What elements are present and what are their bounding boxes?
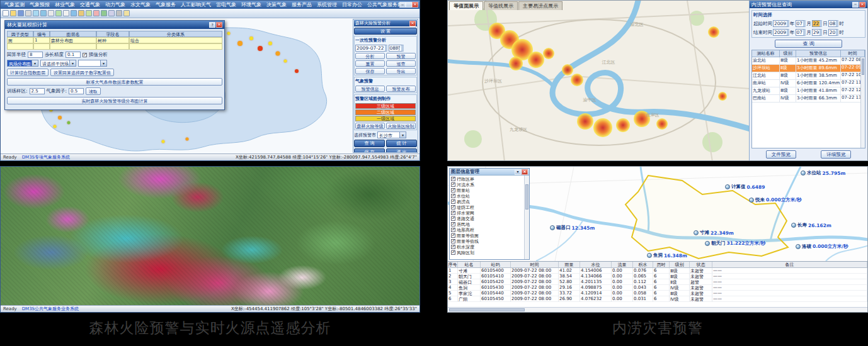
layer-checkbox[interactable] bbox=[451, 182, 455, 187]
menu-item[interactable]: 气象监测 bbox=[2, 1, 27, 8]
layer-checkbox[interactable] bbox=[451, 211, 455, 215]
legend-button[interactable]: 火险落区绘制 bbox=[386, 123, 416, 129]
minimize-icon[interactable] bbox=[852, 2, 859, 8]
result-table-header[interactable]: 级别 bbox=[670, 262, 690, 268]
fire-point[interactable] bbox=[249, 36, 253, 40]
fire-point[interactable] bbox=[258, 46, 263, 51]
layer-checkbox[interactable] bbox=[451, 177, 455, 181]
system-name-link[interactable]: DM3S公共气象服务业务系统 bbox=[22, 306, 79, 312]
close-icon[interactable] bbox=[412, 2, 418, 8]
preview-button[interactable]: 文件预览 bbox=[766, 150, 796, 159]
menu-item[interactable]: 雷电气象 bbox=[214, 1, 239, 8]
result-table-row[interactable]: 3磁器口601054202009-07-22 08:0052.804.20113… bbox=[448, 279, 867, 285]
toolbar-icon[interactable] bbox=[71, 10, 77, 16]
query-panel-title-bar[interactable]: 内涝预警信息查询 bbox=[750, 1, 867, 8]
menu-item[interactable]: 气象预报 bbox=[27, 1, 52, 8]
close-icon[interactable] bbox=[409, 21, 416, 26]
layer-checkbox[interactable] bbox=[451, 216, 455, 221]
analysis-button[interactable]: 保存 bbox=[355, 68, 385, 74]
toolbar-icon[interactable] bbox=[93, 10, 100, 16]
sidebar-action-button[interactable]: 查 询 bbox=[354, 140, 385, 147]
station-marker[interactable]: 水位站 25.795m bbox=[801, 170, 845, 176]
scrollbar-thumb[interactable] bbox=[449, 308, 525, 311]
toolbar-icon[interactable] bbox=[86, 10, 92, 16]
result-table-header[interactable]: 雨量 bbox=[559, 262, 580, 268]
sidebar-title-bar[interactable]: 森林火险预警分析 bbox=[354, 20, 417, 26]
collapse-icon[interactable] bbox=[515, 169, 521, 175]
result-table-header[interactable]: 站码 bbox=[481, 262, 511, 268]
factor-table-row[interactable] bbox=[7, 43, 222, 50]
wind-field-dropdown[interactable]: 风场分布图 bbox=[7, 60, 38, 67]
menu-item[interactable]: 环境气象 bbox=[239, 1, 264, 8]
read-button[interactable]: 读取 bbox=[86, 87, 101, 95]
start-month-spinner[interactable]: 07 bbox=[796, 20, 806, 27]
warning-table-row[interactable]: 南岸站Ⅳ级6小时雨量 120.4mm07-22 11 bbox=[752, 80, 865, 87]
interpolation-checkbox[interactable] bbox=[83, 53, 87, 57]
tab[interactable]: 等值面展示 bbox=[449, 1, 483, 10]
sidebar-action-button[interactable]: 保 存 bbox=[354, 148, 385, 153]
help-icon[interactable] bbox=[209, 22, 215, 28]
layer-checkbox[interactable] bbox=[451, 194, 455, 198]
toolbar-icon[interactable] bbox=[40, 10, 47, 16]
step-input[interactable]: 0.1 bbox=[66, 52, 81, 58]
start-hour-spinner[interactable]: 08 bbox=[828, 20, 839, 27]
toolbar-icon[interactable] bbox=[48, 10, 54, 16]
layer-checkbox[interactable] bbox=[451, 188, 455, 193]
result-table-header[interactable]: 积水 bbox=[633, 262, 653, 268]
fire-point[interactable] bbox=[54, 125, 57, 128]
warning-button[interactable]: 预警信息 bbox=[355, 86, 385, 92]
system-name-link[interactable]: DM3S专项气象服务系统 bbox=[22, 154, 70, 160]
result-table-header[interactable]: 序号 bbox=[448, 262, 458, 268]
query-button[interactable]: 查 询 bbox=[775, 40, 842, 48]
close-icon[interactable] bbox=[859, 2, 865, 8]
station-marker[interactable]: 计算值 0.6489 bbox=[725, 184, 765, 190]
fire-point[interactable] bbox=[295, 69, 299, 73]
menu-item[interactable]: 日常办公 bbox=[340, 1, 365, 8]
flood-map[interactable]: 水位站 25.795m 计算值 0.6489 悦来 0.000立方米/秒 bbox=[448, 167, 868, 261]
close-icon[interactable] bbox=[216, 22, 222, 28]
dialog-title-bar[interactable]: 林火蔓延模拟计算 bbox=[5, 21, 224, 29]
atmosphere-params-button[interactable]: 标准大气条件数据库参数配置 bbox=[7, 78, 222, 86]
end-hour-spinner[interactable]: 20 bbox=[828, 29, 839, 36]
layer-checkbox[interactable] bbox=[451, 233, 455, 238]
toolbar-icon[interactable] bbox=[78, 10, 84, 16]
toolbar-icon[interactable] bbox=[63, 10, 69, 16]
city-select-dropdown[interactable]: 长沙市 bbox=[377, 131, 406, 138]
start-day-spinner[interactable]: 22 bbox=[812, 20, 823, 27]
analysis-button[interactable]: 预警 bbox=[386, 53, 416, 59]
fire-point[interactable] bbox=[227, 32, 231, 35]
warning-table-row[interactable]: 江北站Ⅲ级1小时雨量 38.5mm07-22 10 bbox=[752, 72, 865, 80]
result-table-header[interactable]: 流量 bbox=[612, 262, 633, 268]
station-marker[interactable]: 磁器口 12.345m bbox=[550, 225, 595, 231]
extra-dropdown[interactable] bbox=[78, 60, 107, 67]
disturbance-dropdown[interactable]: 请选择干扰场 bbox=[40, 60, 76, 67]
hscrollbar[interactable] bbox=[448, 307, 867, 312]
result-table-header[interactable]: 状态 bbox=[690, 262, 712, 268]
scrollbar-thumb[interactable] bbox=[525, 184, 528, 209]
toolbar-icon[interactable] bbox=[10, 10, 16, 16]
factor-config-button[interactable]: 设置回算选择因子数字配置值 bbox=[50, 69, 114, 76]
fire-point[interactable] bbox=[186, 138, 189, 141]
toolbar-icon[interactable] bbox=[25, 10, 31, 16]
station-marker[interactable]: 鱼洞 16.348m bbox=[647, 252, 687, 259]
warning-table-header[interactable]: 测站名称 bbox=[752, 50, 780, 57]
warning-table-row[interactable]: 巴南站Ⅳ级3小时雨量 66.3mm07-22 13 bbox=[752, 95, 865, 103]
toolbar-icon[interactable] bbox=[116, 10, 122, 16]
layer-checkbox[interactable] bbox=[451, 222, 455, 226]
station-marker[interactable]: 朝天门 31.222立方米/秒 bbox=[705, 240, 765, 247]
scrollbar-thumb[interactable] bbox=[862, 59, 864, 75]
result-table-row[interactable]: 6广阳601054502009-07-22 08:0026.904.076232… bbox=[448, 296, 867, 302]
fire-point[interactable] bbox=[237, 41, 243, 46]
tab[interactable]: 等值线展示 bbox=[484, 1, 518, 10]
radius-input[interactable]: 8 bbox=[28, 52, 43, 58]
compute-index-button[interactable]: 计算综合指数图层 bbox=[7, 69, 49, 76]
analysis-button[interactable]: 导出 bbox=[386, 68, 416, 74]
toolbar-icon[interactable] bbox=[3, 10, 9, 16]
menu-item[interactable]: 交通气象 bbox=[77, 1, 103, 8]
menu-item[interactable]: 水文气象 bbox=[128, 1, 153, 8]
fire-point[interactable] bbox=[284, 60, 287, 63]
result-table-row[interactable]: 5李家沱601054402009-07-22 08:0033.724.12091… bbox=[448, 291, 867, 296]
layer-scrollbar[interactable] bbox=[524, 176, 529, 259]
sidebar-action-button[interactable]: 统 计 bbox=[386, 140, 417, 147]
result-table-header[interactable]: 备注 bbox=[712, 262, 867, 268]
